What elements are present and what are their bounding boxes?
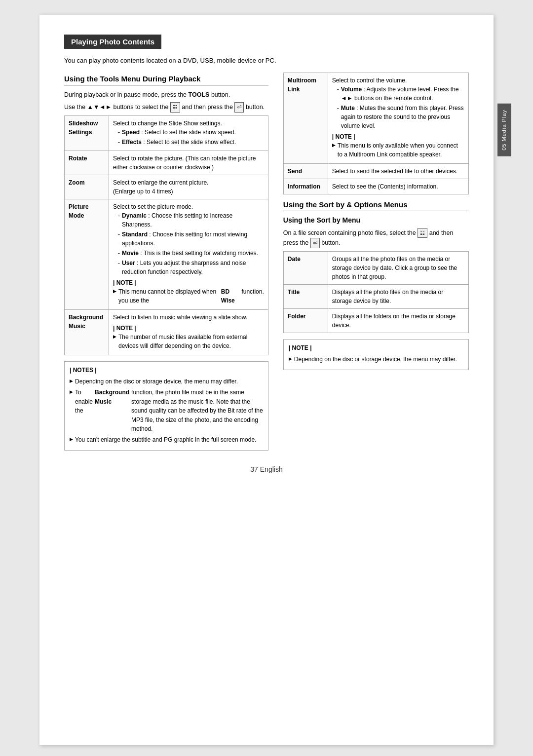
sort-row-folder: Folder Displays all the folders on the m…	[283, 308, 468, 333]
table-row-slideshow: SlideshowSettings Select to change the S…	[65, 115, 268, 151]
table-row-information: Information Select to see the (Contents)…	[283, 179, 468, 194]
date-label: Date	[283, 251, 328, 284]
table-row-picture-mode: Picture Mode Select to set the picture m…	[65, 199, 268, 309]
page-footer: 37 English	[64, 465, 469, 473]
sort-intro: On a file screen containing photo files,…	[283, 228, 469, 248]
folder-label: Folder	[283, 308, 328, 333]
rotate-content: Select to rotate the picture. (This can …	[109, 151, 268, 175]
left-column: Using the Tools Menu During Playback Dur…	[64, 73, 268, 451]
table-row-zoom: Zoom Select to enlarge the current pictu…	[65, 175, 268, 199]
notes-title: | NOTES |	[70, 366, 263, 375]
table-row-multiroom: Multiroom Link Select to control the vol…	[283, 73, 468, 163]
right-column: Multiroom Link Select to control the vol…	[283, 73, 469, 451]
table-row-rotate: Rotate Select to rotate the picture. (Th…	[65, 151, 268, 175]
page: 05 Media Play Playing Photo Contents You…	[39, 15, 494, 745]
left-notes: | NOTES | Depending on the disc or stora…	[64, 361, 268, 451]
sort-note-item: Depending on the disc or storage device,…	[289, 355, 463, 364]
menu-icon: ☷	[170, 102, 180, 113]
tools-intro: During playback or in pause mode, press …	[64, 90, 268, 100]
send-content: Select to send the selected file to othe…	[328, 163, 468, 179]
bgmusic-content: Select to listen to music while viewing …	[109, 309, 268, 355]
sort-row-title: Title Displays all the photo files on th…	[283, 284, 468, 308]
title-label: Title	[283, 284, 328, 308]
sort-row-date: Date Groups all the the photo files on t…	[283, 251, 468, 284]
table-row-bgmusic: Background Music Select to listen to mus…	[65, 309, 268, 355]
slideshow-content: Select to change the Slide Show settings…	[109, 115, 268, 151]
zoom-label: Zoom	[65, 175, 109, 199]
side-tab: 05 Media Play	[497, 104, 511, 156]
information-label: Information	[283, 179, 328, 194]
section-intro: You can play photo contents located on a…	[64, 56, 469, 66]
section-title: Playing Photo Contents	[64, 35, 161, 49]
page-number: 37	[250, 465, 258, 473]
bgmusic-label: Background Music	[65, 309, 109, 355]
tools-intro2: Use the ▲▼◄► buttons to select the ☷ and…	[64, 102, 268, 113]
send-label: Send	[283, 163, 328, 179]
sort-options-title: Using the Sort by & Options Menus	[283, 200, 469, 211]
enter-icon2: ⏎	[310, 238, 320, 248]
picture-mode-content: Select to set the picture mode. -Dynamic…	[109, 199, 268, 309]
folder-content: Displays all the folders on the media or…	[328, 308, 468, 333]
right-tools-table: Multiroom Link Select to control the vol…	[283, 73, 469, 194]
slideshow-label: SlideshowSettings	[65, 115, 109, 151]
title-content: Displays all the photo files on the medi…	[328, 284, 468, 308]
table-row-send: Send Select to send the selected file to…	[283, 163, 468, 179]
date-content: Groups all the the photo files on the me…	[328, 251, 468, 284]
sort-note: | NOTE | Depending on the disc or storag…	[283, 339, 469, 370]
sort-note-title: | NOTE |	[289, 343, 463, 353]
sort-icon: ☷	[418, 228, 427, 238]
tools-table: SlideshowSettings Select to change the S…	[64, 115, 268, 355]
note-item-2: To enable the Background Music function,…	[70, 388, 263, 434]
tools-menu-title: Using the Tools Menu During Playback	[64, 75, 268, 85]
sort-by-menu-title: Using the Sort by Menu	[283, 216, 469, 224]
enter-icon: ⏎	[234, 102, 244, 113]
zoom-content: Select to enlarge the current picture. (…	[109, 175, 268, 199]
information-content: Select to see the (Contents) information…	[328, 179, 468, 194]
sort-table: Date Groups all the the photo files on t…	[283, 251, 469, 333]
multiroom-label: Multiroom Link	[283, 73, 328, 163]
multiroom-content: Select to control the volume. -Volume : …	[328, 73, 468, 163]
note-item-1: Depending on the disc or storage device,…	[70, 377, 263, 386]
note-item-3: You can't enlarge the subtitle and PG gr…	[70, 435, 263, 445]
picture-mode-label: Picture Mode	[65, 199, 109, 309]
rotate-label: Rotate	[65, 151, 109, 175]
